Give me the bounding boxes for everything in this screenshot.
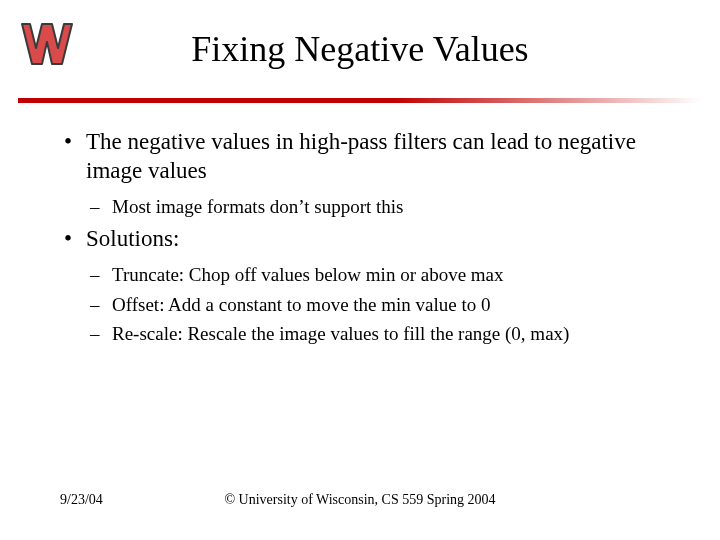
slide-body: The negative values in high-pass filters…: [60, 128, 680, 353]
slide: Fixing Negative Values The negative valu…: [0, 0, 720, 540]
sub-bullet-text: Re-scale: Rescale the image values to fi…: [112, 323, 569, 344]
slide-title: Fixing Negative Values: [0, 28, 720, 70]
footer-copyright: © University of Wisconsin, CS 559 Spring…: [0, 492, 720, 508]
sub-bullet-item: Offset: Add a constant to move the min v…: [86, 292, 680, 318]
sub-bullet-item: Most image formats don’t support this: [86, 194, 680, 220]
bullet-item: The negative values in high-pass filters…: [60, 128, 680, 219]
bullet-text: Solutions:: [86, 226, 179, 251]
title-underline: [18, 98, 702, 103]
sub-bullet-text: Most image formats don’t support this: [112, 196, 404, 217]
sub-bullet-text: Truncate: Chop off values below min or a…: [112, 264, 504, 285]
sub-bullet-item: Re-scale: Rescale the image values to fi…: [86, 321, 680, 347]
sub-bullet-text: Offset: Add a constant to move the min v…: [112, 294, 491, 315]
sub-bullet-item: Truncate: Chop off values below min or a…: [86, 262, 680, 288]
bullet-text: The negative values in high-pass filters…: [86, 129, 636, 183]
bullet-item: Solutions: Truncate: Chop off values bel…: [60, 225, 680, 347]
